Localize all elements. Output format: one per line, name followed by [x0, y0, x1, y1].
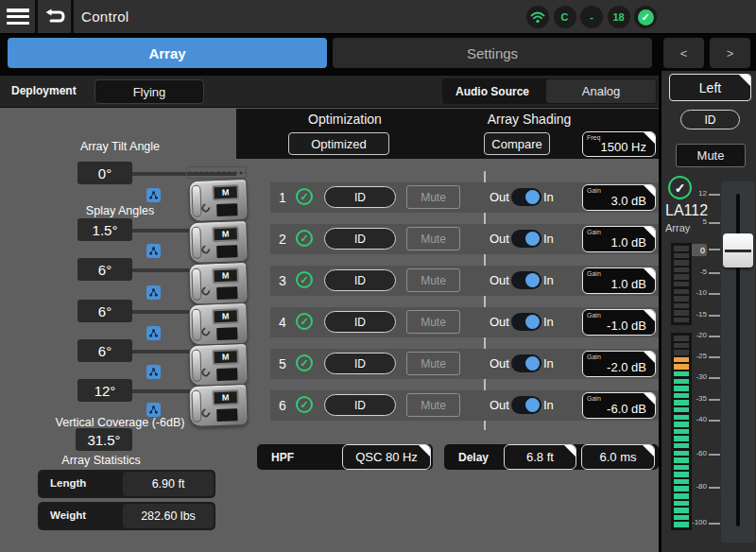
wifi-status-icon[interactable]: [526, 6, 549, 28]
splay-value-box[interactable]: 1.5°: [77, 218, 132, 241]
tilt-value-box[interactable]: 0°: [77, 162, 132, 184]
in-label: In: [543, 273, 554, 287]
status-count-badge[interactable]: 18: [608, 6, 630, 28]
sidebar-id-button[interactable]: ID: [680, 110, 740, 129]
prev-button[interactable]: <: [663, 38, 704, 68]
compare-button[interactable]: Compare: [484, 132, 550, 155]
mute-button[interactable]: Mute: [406, 227, 460, 250]
freq-value: 1500 Hz: [601, 140, 646, 154]
hpf-label: HPF: [271, 451, 294, 464]
sidebar-mute-button[interactable]: Mute: [676, 144, 746, 167]
splay-value-box[interactable]: 6°: [77, 339, 132, 362]
out-in-toggle[interactable]: [511, 396, 541, 414]
channel-row: 5 ✓ ID Mute Out In Gain -2.0 dB: [270, 349, 659, 379]
gain-field[interactable]: Gain 1.0 dB: [582, 226, 656, 252]
id-button[interactable]: ID: [324, 186, 396, 208]
coverage-value-box: 31.5°: [76, 428, 132, 451]
check-icon: ✓: [638, 9, 654, 26]
back-button[interactable]: [38, 0, 71, 33]
out-in-toggle[interactable]: [511, 271, 541, 289]
meter-segment: [674, 515, 689, 521]
splay-value-box[interactable]: 6°: [77, 258, 132, 281]
id-button[interactable]: ID: [324, 394, 396, 416]
meter-segment: [674, 379, 689, 385]
mute-button[interactable]: Mute: [406, 352, 460, 375]
mute-button[interactable]: Mute: [406, 268, 460, 292]
status-ok-badge[interactable]: ✓: [634, 6, 657, 28]
hpf-value-button[interactable]: QSC 80 Hz: [342, 444, 431, 470]
meter-segment: [674, 451, 689, 457]
editable-corner-icon: [644, 393, 656, 405]
fader-handle[interactable]: [723, 233, 753, 267]
toggle-knob: [525, 273, 540, 287]
channel-row: 6 ✓ ID Mute Out In Gain -6.0 dB: [270, 390, 659, 421]
gain-field[interactable]: Gain -6.0 dB: [582, 392, 656, 419]
fader-tick: [709, 356, 720, 358]
gain-field[interactable]: Gain 3.0 dB: [582, 184, 656, 211]
deployment-value-button[interactable]: Flying: [94, 79, 204, 104]
weight-value: 282.60 lbs: [123, 504, 214, 528]
hpf-value: QSC 80 Hz: [355, 450, 418, 464]
out-label: Out: [490, 273, 509, 287]
splay-link-icon[interactable]: [146, 285, 161, 300]
id-button[interactable]: ID: [324, 269, 396, 291]
delay-time-value: 6.0 ms: [599, 450, 636, 464]
delay-distance-value: 6.8 ft: [526, 450, 554, 464]
meter-segment: [674, 422, 689, 427]
status-group: C - 18 ✓: [526, 6, 657, 28]
splay-value-box[interactable]: 6°: [77, 300, 132, 322]
splay-value-box[interactable]: 12°: [77, 379, 132, 402]
splay-link-icon[interactable]: [146, 244, 161, 258]
editable-corner-icon: [644, 185, 656, 198]
out-label: Out: [490, 315, 509, 329]
out-in-toggle[interactable]: [511, 230, 541, 248]
splay-link-icon[interactable]: [146, 403, 161, 417]
id-button[interactable]: ID: [324, 311, 396, 333]
out-in-toggle[interactable]: [511, 188, 541, 206]
gain-field[interactable]: Gain -1.0 dB: [582, 309, 656, 336]
control-app: Control C - 18 ✓ Array Settings < > Depl…: [0, 0, 756, 552]
out-in-toggle[interactable]: [511, 354, 541, 372]
channel-number: 1: [279, 190, 286, 205]
fader-tick: [709, 454, 720, 456]
gain-mini-label: Gain: [587, 187, 601, 194]
tab-settings[interactable]: Settings: [333, 38, 652, 68]
toggle-knob: [525, 398, 540, 412]
delay-time-button[interactable]: 6.0 ms: [581, 444, 655, 470]
check-circle-icon: ✓: [296, 354, 313, 371]
splay-link-icon[interactable]: [146, 365, 161, 379]
mute-button[interactable]: Mute: [406, 310, 460, 334]
id-button[interactable]: ID: [324, 228, 396, 250]
mute-button[interactable]: Mute: [406, 185, 460, 209]
mute-button[interactable]: Mute: [406, 393, 460, 417]
tab-array[interactable]: Array: [8, 38, 327, 68]
out-in-toggle[interactable]: [511, 313, 541, 331]
meter-segment: [674, 310, 689, 316]
fader-tick-label: 12: [688, 189, 707, 198]
editable-corner-icon: [644, 310, 656, 322]
check-circle-icon: ✓: [296, 271, 313, 288]
freq-mini-label: Freq: [587, 134, 600, 141]
id-button[interactable]: ID: [324, 353, 396, 374]
delay-distance-button[interactable]: 6.8 ft: [504, 444, 576, 470]
fader-tick: [709, 293, 720, 295]
menu-button[interactable]: [0, 0, 35, 33]
toggle-knob: [525, 190, 540, 204]
splay-link-icon[interactable]: [146, 326, 161, 340]
frequency-field[interactable]: Freq 1500 Hz: [582, 131, 656, 157]
next-button[interactable]: >: [710, 38, 750, 68]
editable-corner-icon: [644, 352, 656, 364]
zone-select-button[interactable]: Left: [669, 74, 751, 101]
gain-field[interactable]: Gain 1.0 dB: [582, 267, 656, 294]
meter-segment: [674, 296, 689, 302]
gain-field[interactable]: Gain -2.0 dB: [582, 351, 656, 377]
channel-number: 2: [279, 232, 286, 247]
audio-source-value-button[interactable]: Analog: [546, 79, 656, 103]
status-c-badge[interactable]: C: [554, 6, 576, 28]
meter-segment: [674, 246, 689, 251]
status-dash-badge[interactable]: -: [580, 6, 603, 28]
tilt-label: Array Tilt Angle: [54, 140, 186, 153]
splay-link-icon[interactable]: [146, 188, 161, 202]
meter-segment: [674, 318, 689, 323]
optimized-button[interactable]: Optimized: [288, 132, 389, 155]
